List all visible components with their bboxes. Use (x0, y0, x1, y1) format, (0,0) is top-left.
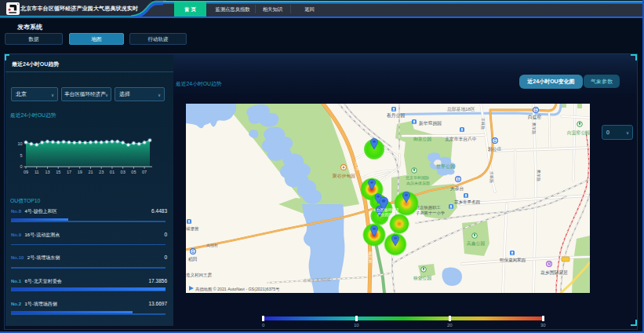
svg-text:郭公庄: 郭公庄 (488, 146, 502, 152)
svg-text:总部基地18区: 总部基地18区 (446, 106, 475, 112)
svg-text:北京市丰台八中: 北京市丰台八中 (445, 137, 477, 142)
svg-text:丰科路: 丰科路 (489, 171, 494, 183)
svg-text:世界公园: 世界公园 (436, 164, 455, 170)
svg-text:丰科路: 丰科路 (481, 118, 486, 130)
svg-text:09: 09 (24, 170, 28, 174)
svg-text:01: 01 (110, 170, 115, 174)
svg-text:御泉公园: 御泉公园 (413, 137, 431, 142)
svg-text:03: 03 (121, 170, 126, 174)
svg-text:G: G (493, 139, 497, 143)
svg-text:高德地图 © 2021 AutoNavi - GS(2021: 高德地图 © 2021 AutoNavi - GS(2021)6375号 (195, 287, 280, 292)
svg-text:子弟第十一小学: 子弟第十一小学 (416, 210, 445, 216)
svg-text:白盆窑: 白盆窑 (528, 114, 542, 120)
svg-text:新华双拥园: 新华双拥园 (419, 120, 442, 126)
svg-text:造义村回王房: 造义村回王房 (186, 273, 213, 278)
svg-text:G: G (457, 177, 460, 181)
svg-text:G: G (534, 108, 537, 112)
svg-text:11: 11 (35, 170, 39, 174)
svg-text:聚谷伊甸园: 聚谷伊甸园 (333, 173, 355, 179)
svg-text:大葆台: 大葆台 (450, 186, 464, 192)
svg-text:樊羊路: 樊羊路 (532, 123, 537, 134)
svg-text:南五环: 南五环 (355, 159, 360, 170)
svg-text:产业园区: 产业园区 (377, 212, 392, 217)
svg-text:看丹公园: 看丹公园 (386, 112, 405, 119)
svg-text:高佃村: 高佃村 (206, 243, 218, 248)
svg-text:高尔夫俱乐部: 高尔夫俱乐部 (406, 181, 430, 186)
svg-text:05: 05 (131, 170, 136, 174)
svg-text:13: 13 (45, 170, 49, 174)
svg-text:5: 5 (20, 153, 22, 158)
svg-text:北京华科国际: 北京华科国际 (406, 175, 429, 181)
svg-text:17: 17 (67, 170, 71, 174)
svg-text:狼垡公园: 狼垡公园 (413, 276, 431, 281)
svg-text:19: 19 (78, 170, 82, 174)
svg-text:M: M (548, 262, 551, 266)
svg-text:23: 23 (99, 170, 104, 174)
svg-text:15: 15 (56, 170, 60, 174)
svg-text:10: 10 (17, 141, 22, 146)
svg-text:熙保康闲家园: 熙保康闲家园 (500, 258, 526, 263)
svg-text:花乡国际家居: 花乡国际家居 (540, 269, 568, 276)
svg-text:0: 0 (20, 164, 22, 169)
svg-text:21: 21 (88, 170, 93, 174)
svg-text:南五环: 南五环 (368, 251, 373, 263)
svg-text:稻田: 稻田 (188, 257, 198, 262)
svg-text:樊羊路: 樊羊路 (537, 170, 541, 181)
svg-text:城堡营: 城堡营 (186, 226, 199, 232)
svg-text:高鑫公园: 高鑫公园 (467, 241, 485, 247)
svg-text:G: G (191, 250, 195, 254)
svg-text:向宜窑公园: 向宜窑公园 (567, 130, 590, 136)
svg-text:丰台区循环经济: 丰台区循环经济 (373, 207, 399, 213)
svg-text:花乡世界名园: 花乡世界名园 (454, 199, 480, 205)
svg-text:北京铁路职工: 北京铁路职工 (415, 205, 441, 210)
svg-text:07: 07 (142, 170, 147, 174)
